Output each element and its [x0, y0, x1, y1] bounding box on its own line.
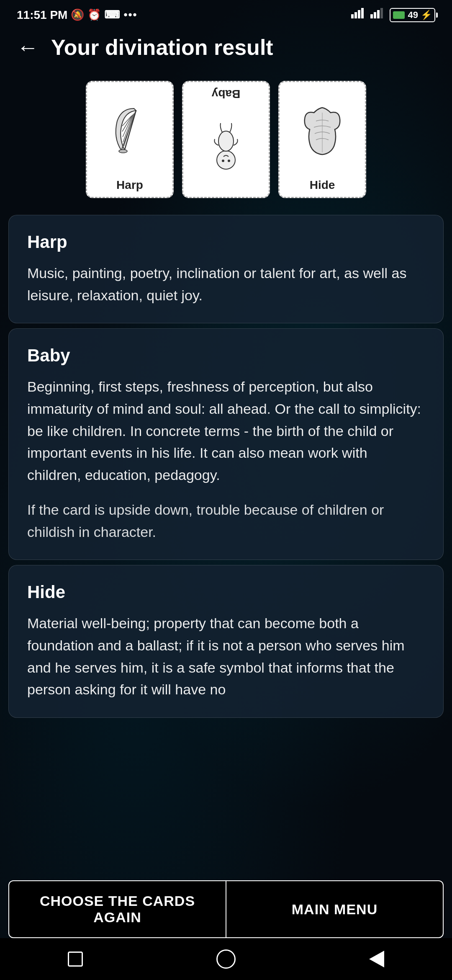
- svg-line-8: [125, 111, 136, 150]
- status-left: 11:51 PM 🔕 ⏰ ⌨ •••: [17, 8, 138, 22]
- card-harp[interactable]: Harp: [86, 81, 174, 198]
- back-button[interactable]: ←: [17, 36, 39, 58]
- time-display: 11:51 PM: [17, 8, 67, 22]
- signal-icon-1: [351, 8, 366, 22]
- desc-card-baby: Baby Beginning, first steps, freshness o…: [8, 328, 444, 560]
- desc-baby-title: Baby: [27, 346, 425, 366]
- svg-rect-4: [370, 14, 373, 18]
- svg-point-19: [222, 160, 224, 162]
- desc-card-hide: Hide Material well-being; property that …: [8, 565, 444, 718]
- stop-icon[interactable]: [65, 949, 86, 970]
- header: ← Your divination result: [0, 26, 452, 72]
- battery-icon: 49 ⚡: [390, 8, 435, 22]
- desc-baby-text: Beginning, first steps, freshness of per…: [27, 376, 425, 486]
- baby-icon: [207, 105, 245, 190]
- desc-hide-title: Hide: [27, 582, 425, 602]
- hide-icon: [301, 89, 343, 174]
- desc-hide-text: Material well-being; property that can b…: [27, 612, 425, 701]
- svg-point-15: [119, 150, 127, 153]
- cards-section: Harp: [0, 72, 452, 215]
- card-hide-label: Hide: [310, 178, 335, 192]
- harp-icon: [109, 89, 151, 174]
- card-harp-label: Harp: [116, 178, 143, 192]
- status-right: 49 ⚡: [351, 8, 435, 22]
- mute-icon: 🔕: [71, 8, 84, 21]
- desc-harp-title: Harp: [27, 232, 425, 252]
- signal-icon-2: [370, 8, 385, 22]
- battery-label: 49: [408, 10, 418, 21]
- descriptions-section: Harp Music, painting, poetry, inclinatio…: [0, 215, 452, 721]
- nav-bar: [0, 938, 452, 980]
- main-menu-button[interactable]: MAIN MENU: [226, 880, 444, 938]
- svg-rect-6: [377, 10, 380, 18]
- svg-point-18: [228, 160, 230, 162]
- svg-line-10: [124, 113, 135, 146]
- desc-baby-secondary: If the card is upside down, trouble beca…: [27, 499, 425, 543]
- svg-rect-2: [358, 10, 360, 18]
- svg-rect-0: [351, 14, 354, 18]
- svg-rect-3: [361, 8, 364, 18]
- desc-card-harp: Harp Music, painting, poetry, inclinatio…: [8, 215, 444, 323]
- usb-icon: ⌨: [104, 8, 120, 21]
- alarm-icon: ⏰: [87, 8, 101, 21]
- desc-harp-text: Music, painting, poetry, inclination or …: [27, 262, 425, 306]
- choose-again-button[interactable]: CHOOSE THE CARDS AGAIN: [8, 880, 226, 938]
- home-icon[interactable]: [216, 949, 236, 970]
- svg-rect-1: [354, 12, 357, 18]
- bottom-buttons: CHOOSE THE CARDS AGAIN MAIN MENU: [0, 880, 452, 938]
- card-baby-label: Baby: [212, 87, 240, 101]
- svg-rect-5: [374, 12, 376, 18]
- card-hide[interactable]: Hide: [278, 81, 366, 198]
- status-bar: 11:51 PM 🔕 ⏰ ⌨ •••: [0, 0, 452, 26]
- more-icon: •••: [123, 8, 137, 21]
- svg-rect-7: [380, 8, 383, 18]
- page-title: Your divination result: [51, 35, 273, 60]
- svg-point-17: [218, 131, 234, 151]
- card-baby[interactable]: Baby: [182, 81, 270, 198]
- svg-point-16: [217, 151, 235, 169]
- back-nav-icon[interactable]: [366, 949, 387, 970]
